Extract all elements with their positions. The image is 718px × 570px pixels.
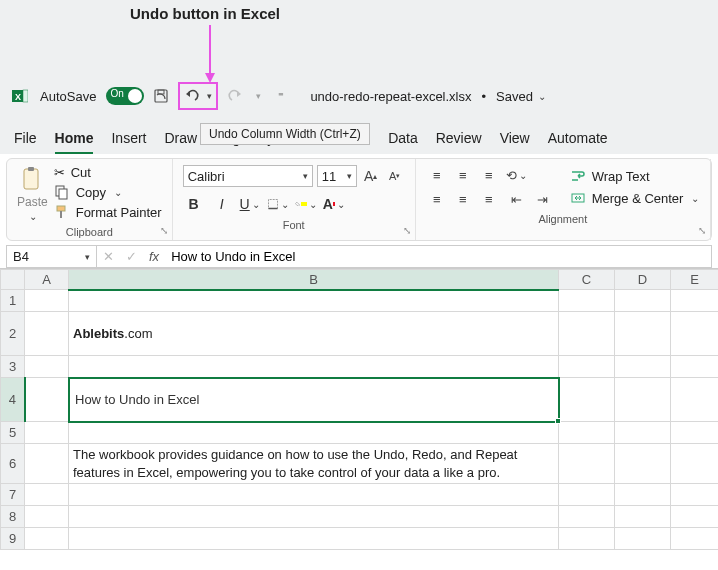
cell[interactable] bbox=[25, 312, 69, 356]
cell[interactable] bbox=[69, 356, 559, 378]
paste-button[interactable]: Paste ⌄ bbox=[17, 165, 48, 222]
document-filename[interactable]: undo-redo-repeat-excel.xlsx bbox=[310, 89, 471, 104]
row-header-8[interactable]: 8 bbox=[1, 506, 25, 528]
format-painter-button[interactable]: Format Painter bbox=[54, 204, 162, 220]
autosave-toggle[interactable]: On bbox=[106, 87, 144, 105]
cell[interactable] bbox=[559, 528, 615, 550]
cell[interactable] bbox=[25, 484, 69, 506]
underline-button[interactable]: U⌄ bbox=[239, 193, 261, 215]
cancel-formula-button[interactable]: ✕ bbox=[97, 249, 120, 264]
tab-automate[interactable]: Automate bbox=[548, 130, 608, 154]
cell[interactable] bbox=[559, 290, 615, 312]
align-left-button[interactable]: ≡ bbox=[426, 189, 448, 209]
align-center-button[interactable]: ≡ bbox=[452, 189, 474, 209]
cell[interactable] bbox=[69, 484, 559, 506]
cell[interactable] bbox=[671, 484, 719, 506]
cell[interactable] bbox=[671, 290, 719, 312]
cell[interactable] bbox=[69, 290, 559, 312]
dialog-launcher-icon[interactable]: ⤡ bbox=[698, 225, 706, 236]
cell[interactable] bbox=[615, 312, 671, 356]
redo-button[interactable] bbox=[224, 85, 246, 107]
dialog-launcher-icon[interactable]: ⤡ bbox=[403, 225, 411, 236]
cell-logo[interactable]: Ablebits.com bbox=[69, 312, 559, 356]
cell[interactable] bbox=[25, 506, 69, 528]
cell[interactable] bbox=[671, 444, 719, 484]
merge-center-button[interactable]: Merge & Center ⌄ bbox=[570, 190, 700, 206]
col-header-d[interactable]: D bbox=[615, 270, 671, 290]
bold-button[interactable]: B bbox=[183, 193, 205, 215]
col-header-c[interactable]: C bbox=[559, 270, 615, 290]
save-icon[interactable] bbox=[150, 85, 172, 107]
tab-draw[interactable]: Draw bbox=[164, 130, 197, 154]
row-header-9[interactable]: 9 bbox=[1, 528, 25, 550]
cell[interactable] bbox=[615, 378, 671, 422]
font-size-combo[interactable]: 11▾ bbox=[317, 165, 357, 187]
copy-button[interactable]: Copy ⌄ bbox=[54, 184, 162, 200]
formula-input[interactable] bbox=[165, 246, 711, 267]
undo-button[interactable] bbox=[181, 85, 203, 107]
col-header-a[interactable]: A bbox=[25, 270, 69, 290]
cell[interactable] bbox=[25, 422, 69, 444]
cell[interactable] bbox=[69, 506, 559, 528]
font-color-button[interactable]: A⌄ bbox=[323, 193, 345, 215]
cell[interactable] bbox=[671, 356, 719, 378]
increase-font-button[interactable]: A▴ bbox=[361, 166, 381, 186]
cell[interactable] bbox=[559, 356, 615, 378]
select-all-corner[interactable] bbox=[1, 270, 25, 290]
cell[interactable] bbox=[615, 290, 671, 312]
cell[interactable] bbox=[559, 422, 615, 444]
font-name-combo[interactable]: Calibri▾ bbox=[183, 165, 313, 187]
cell[interactable] bbox=[615, 484, 671, 506]
cell[interactable] bbox=[615, 444, 671, 484]
cell[interactable] bbox=[25, 356, 69, 378]
cell[interactable] bbox=[615, 422, 671, 444]
tab-data[interactable]: Data bbox=[388, 130, 418, 154]
selection-handle[interactable] bbox=[555, 418, 561, 424]
dialog-launcher-icon[interactable]: ⤡ bbox=[160, 225, 168, 236]
row-header-4[interactable]: 4 bbox=[1, 378, 25, 422]
italic-button[interactable]: I bbox=[211, 193, 233, 215]
cell[interactable] bbox=[25, 378, 69, 422]
cell[interactable] bbox=[615, 528, 671, 550]
fx-icon[interactable]: fx bbox=[143, 249, 165, 264]
decrease-font-button[interactable]: A▾ bbox=[385, 166, 405, 186]
borders-button[interactable]: ⌄ bbox=[267, 193, 289, 215]
cell[interactable] bbox=[615, 506, 671, 528]
cell[interactable] bbox=[559, 312, 615, 356]
spreadsheet-grid[interactable]: A B C D E 1 2 Ablebits.com 3 4 How to Un… bbox=[0, 268, 718, 550]
tab-file[interactable]: File bbox=[14, 130, 37, 154]
name-box[interactable]: B4▾ bbox=[7, 246, 97, 267]
decrease-indent-button[interactable]: ⇤ bbox=[506, 189, 528, 209]
cell[interactable] bbox=[671, 378, 719, 422]
orientation-button[interactable]: ⟲⌄ bbox=[506, 165, 528, 185]
cell[interactable] bbox=[559, 506, 615, 528]
increase-indent-button[interactable]: ⇥ bbox=[532, 189, 554, 209]
row-header-6[interactable]: 6 bbox=[1, 444, 25, 484]
cell[interactable] bbox=[69, 422, 559, 444]
col-header-b[interactable]: B bbox=[69, 270, 559, 290]
align-right-button[interactable]: ≡ bbox=[478, 189, 500, 209]
undo-dropdown[interactable]: ▾ bbox=[203, 85, 215, 107]
align-bottom-button[interactable]: ≡ bbox=[478, 165, 500, 185]
col-header-e[interactable]: E bbox=[671, 270, 719, 290]
align-middle-button[interactable]: ≡ bbox=[452, 165, 474, 185]
save-status[interactable]: Saved ⌄ bbox=[496, 89, 546, 104]
cell[interactable] bbox=[25, 444, 69, 484]
cell[interactable] bbox=[671, 506, 719, 528]
qat-customize[interactable]: ⁼ bbox=[270, 85, 292, 107]
enter-formula-button[interactable]: ✓ bbox=[120, 249, 143, 264]
row-header-5[interactable]: 5 bbox=[1, 422, 25, 444]
cell-b4-selected[interactable]: How to Undo in Excel bbox=[69, 378, 559, 422]
tab-home[interactable]: Home bbox=[55, 130, 94, 154]
cell[interactable] bbox=[25, 290, 69, 312]
cell[interactable] bbox=[559, 484, 615, 506]
cell[interactable] bbox=[671, 422, 719, 444]
cell[interactable] bbox=[671, 528, 719, 550]
cell[interactable] bbox=[25, 528, 69, 550]
cell[interactable] bbox=[615, 356, 671, 378]
redo-dropdown[interactable]: ▾ bbox=[252, 85, 264, 107]
tab-insert[interactable]: Insert bbox=[111, 130, 146, 154]
tab-review[interactable]: Review bbox=[436, 130, 482, 154]
cell[interactable] bbox=[671, 312, 719, 356]
row-header-1[interactable]: 1 bbox=[1, 290, 25, 312]
